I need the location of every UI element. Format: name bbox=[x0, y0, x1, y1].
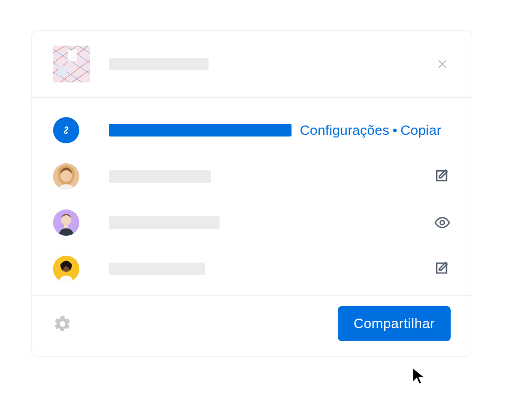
member-row bbox=[53, 153, 451, 200]
edit-icon bbox=[434, 260, 451, 277]
separator: • bbox=[389, 122, 400, 138]
svg-point-18 bbox=[440, 220, 444, 225]
svg-rect-12 bbox=[58, 66, 67, 76]
link-icon-circle bbox=[53, 117, 79, 143]
avatar bbox=[53, 256, 79, 282]
share-link-row: Configurações•Copiar bbox=[53, 107, 451, 153]
link-icon bbox=[59, 123, 73, 137]
link-copy-link[interactable]: Copiar bbox=[401, 122, 442, 138]
settings-button[interactable] bbox=[53, 314, 72, 333]
link-url-placeholder bbox=[109, 124, 292, 136]
eye-icon bbox=[434, 214, 451, 231]
dialog-footer: Compartilhar bbox=[32, 295, 472, 356]
member-name-placeholder bbox=[109, 216, 220, 229]
edit-icon bbox=[434, 168, 451, 185]
avatar bbox=[53, 163, 79, 190]
permission-edit-button[interactable] bbox=[434, 168, 451, 185]
file-title-placeholder bbox=[109, 58, 209, 70]
member-name-placeholder bbox=[109, 170, 211, 183]
close-icon bbox=[435, 57, 449, 71]
svg-rect-17 bbox=[64, 224, 68, 228]
share-button[interactable]: Compartilhar bbox=[338, 306, 451, 341]
svg-rect-11 bbox=[68, 50, 77, 61]
avatar bbox=[53, 209, 79, 236]
cursor-icon bbox=[409, 366, 429, 386]
share-dialog: Configurações•Copiar bbox=[32, 30, 472, 356]
permission-edit-button[interactable] bbox=[434, 260, 451, 277]
file-thumbnail bbox=[53, 46, 90, 82]
permission-view-button[interactable] bbox=[434, 214, 451, 231]
link-settings-link[interactable]: Configurações bbox=[300, 122, 389, 138]
member-row bbox=[53, 246, 451, 292]
dialog-body: Configurações•Copiar bbox=[32, 98, 472, 295]
dialog-header bbox=[32, 31, 472, 98]
member-name-placeholder bbox=[109, 262, 205, 275]
link-actions: Configurações•Copiar bbox=[300, 122, 441, 139]
close-button[interactable] bbox=[434, 56, 451, 72]
gear-icon bbox=[53, 314, 72, 333]
member-row bbox=[53, 200, 451, 246]
